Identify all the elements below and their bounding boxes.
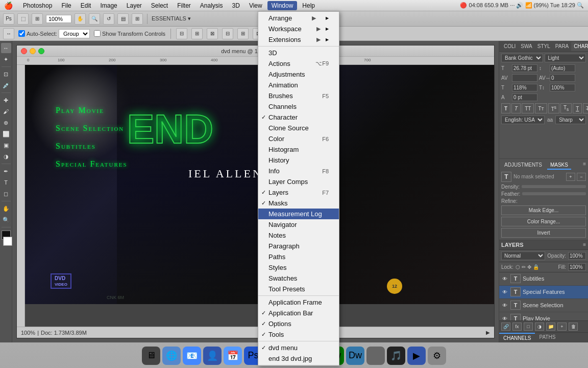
tab-para[interactable]: PARA xyxy=(553,42,572,51)
dock-calendar[interactable]: 📅 xyxy=(224,347,242,365)
mask-add-btn[interactable]: + xyxy=(566,173,575,181)
menu-notes[interactable]: Notes xyxy=(258,230,339,241)
layer-eye-scene-selection[interactable]: 👁 xyxy=(501,302,508,309)
tab-character[interactable]: CHARACTER xyxy=(571,42,588,51)
menu-image[interactable]: Image xyxy=(96,1,121,10)
smallcaps-btn[interactable]: TT xyxy=(535,103,547,113)
adj-panel-collapse[interactable]: ≡ xyxy=(583,161,586,170)
background-color[interactable] xyxy=(3,237,12,246)
subscript-btn[interactable]: Ts xyxy=(560,103,572,113)
menu-filter[interactable]: Filter xyxy=(173,1,195,10)
layer-mask-btn[interactable]: □ xyxy=(524,323,533,331)
menu-application-frame[interactable]: Application Frame xyxy=(258,297,339,308)
menu-info[interactable]: Info F8 xyxy=(258,166,339,176)
strikethrough-btn[interactable]: T xyxy=(583,103,588,113)
menu-options[interactable]: Options xyxy=(258,318,339,329)
rotate-tool[interactable]: ↺ xyxy=(103,13,114,25)
feather-bar[interactable] xyxy=(522,192,586,195)
font-size-input[interactable] xyxy=(512,64,537,72)
menu-paragraph[interactable]: Paragraph xyxy=(258,241,339,251)
layer-adjust-btn[interactable]: ◑ xyxy=(535,323,544,331)
font-style-dropdown[interactable]: Light xyxy=(545,54,586,62)
auto-select-checkbox[interactable] xyxy=(18,30,25,37)
antialiasing-dropdown[interactable]: Sharp xyxy=(555,116,586,124)
mask-edge-btn[interactable]: Mask Edge... xyxy=(501,205,586,215)
eyedropper-tool[interactable]: 💉 xyxy=(1,80,11,90)
leading-input[interactable] xyxy=(550,64,575,72)
dock-mail[interactable]: 📧 xyxy=(183,347,201,365)
menu-help[interactable]: Help xyxy=(298,1,319,10)
layer-item-play-movie[interactable]: 👁 T Play Movie xyxy=(499,312,588,321)
layers-collapse-btn[interactable]: ≡ xyxy=(583,242,586,247)
underline-btn[interactable]: T xyxy=(573,103,582,113)
menu-styles[interactable]: Styles xyxy=(258,262,339,273)
layer-eye-subtitles[interactable]: 👁 xyxy=(501,275,508,282)
transform-controls-checkbox[interactable] xyxy=(94,30,101,37)
layer-delete-btn[interactable]: 🗑 xyxy=(569,323,578,331)
bold-btn[interactable]: T xyxy=(501,103,510,113)
menu-color[interactable]: Color F6 xyxy=(258,133,339,144)
vscale-input[interactable] xyxy=(550,84,575,91)
screen-mode-btn[interactable]: ⬚ xyxy=(17,13,29,25)
superscript-btn[interactable]: Ts xyxy=(548,103,559,113)
dodge-tool[interactable]: ◑ xyxy=(1,151,11,162)
tab-paths[interactable]: PATHS xyxy=(535,333,559,342)
layer-eye-play-movie[interactable]: 👁 xyxy=(501,315,508,320)
align-right-btn[interactable]: ⊠ xyxy=(207,28,218,39)
selection-tool[interactable]: ↔ xyxy=(1,43,11,53)
font-family-dropdown[interactable]: Bank Gothic xyxy=(501,54,543,62)
menu-window[interactable]: Window xyxy=(267,1,298,10)
scroll-indicator[interactable]: ▶ xyxy=(486,330,490,335)
menu-brushes[interactable]: Brushes F5 xyxy=(258,90,339,101)
menu-character[interactable]: Character xyxy=(258,112,339,123)
menu-workspace[interactable]: Workspace ▶ xyxy=(258,24,339,34)
fill-input[interactable] xyxy=(568,263,586,271)
clone-stamp-tool[interactable]: ⊕ xyxy=(1,118,11,128)
tab-styl[interactable]: STYL xyxy=(535,42,553,51)
language-dropdown[interactable]: English: USA xyxy=(501,116,545,124)
dock-dreamweaver[interactable]: Dw xyxy=(346,347,364,365)
density-bar[interactable] xyxy=(522,185,586,188)
menu-arrange[interactable]: Arrange ▶ xyxy=(258,13,339,24)
align-top-btn[interactable]: ⊟ xyxy=(222,28,233,39)
healing-brush-tool[interactable]: ✚ xyxy=(1,95,11,105)
close-btn[interactable] xyxy=(21,48,27,54)
gradient-tool[interactable]: ▣ xyxy=(1,140,11,150)
layer-item-scene-selection[interactable]: 👁 T Scene Selection xyxy=(499,299,588,312)
menu-3d[interactable]: 3D xyxy=(258,48,339,58)
maximize-btn[interactable] xyxy=(38,48,44,54)
menu-channels[interactable]: Channels xyxy=(258,101,339,112)
menu-tools[interactable]: Tools xyxy=(258,329,339,340)
allcaps-btn[interactable]: TT xyxy=(522,103,534,113)
tracking-input[interactable] xyxy=(550,74,575,82)
dock-contacts[interactable]: 👤 xyxy=(203,347,222,365)
menu-analysis[interactable]: Analysis xyxy=(196,1,227,10)
shape-tool[interactable]: ◻ xyxy=(1,189,11,199)
auto-select-dropdown[interactable]: Group xyxy=(59,29,90,38)
layer-new-btn[interactable]: + xyxy=(557,323,567,331)
menu-view[interactable]: View xyxy=(245,1,266,10)
opacity-input[interactable] xyxy=(568,252,586,260)
kerning-input[interactable] xyxy=(512,74,537,82)
menu-edit[interactable]: Edit xyxy=(77,1,95,10)
italic-btn[interactable]: T xyxy=(511,103,521,113)
menu-swatches[interactable]: Swatches xyxy=(258,273,339,284)
menu-layer-comps[interactable]: Layer Comps xyxy=(258,176,339,187)
menu-measurement-log[interactable]: Measurement Log xyxy=(258,209,339,219)
apple-menu[interactable]: 🍎 xyxy=(4,2,13,10)
menu-navigator[interactable]: Navigator xyxy=(258,219,339,230)
tab-adjustments[interactable]: ADJUSTMENTS xyxy=(501,161,545,170)
view-extras-btn[interactable]: ⊞ xyxy=(32,13,43,25)
menu-animation[interactable]: Animation xyxy=(258,80,339,90)
layer-item-subtitles[interactable]: 👁 T Subtitles xyxy=(499,272,588,286)
mask-delete-btn[interactable]: − xyxy=(577,173,586,181)
menu-masks[interactable]: Masks xyxy=(258,198,339,209)
menu-clone-source[interactable]: Clone Source xyxy=(258,123,339,133)
menu-file[interactable]: File xyxy=(57,1,75,10)
layer-style-btn[interactable]: fx xyxy=(512,323,522,331)
move-tool-icon[interactable]: ↔ xyxy=(3,28,14,39)
zoom-tool-side[interactable]: 🔍 xyxy=(1,215,11,225)
menu-extensions[interactable]: Extensions ▶ xyxy=(258,34,339,45)
menu-actions[interactable]: Actions ⌥F9 xyxy=(258,58,339,69)
menu-select[interactable]: Select xyxy=(147,1,172,10)
